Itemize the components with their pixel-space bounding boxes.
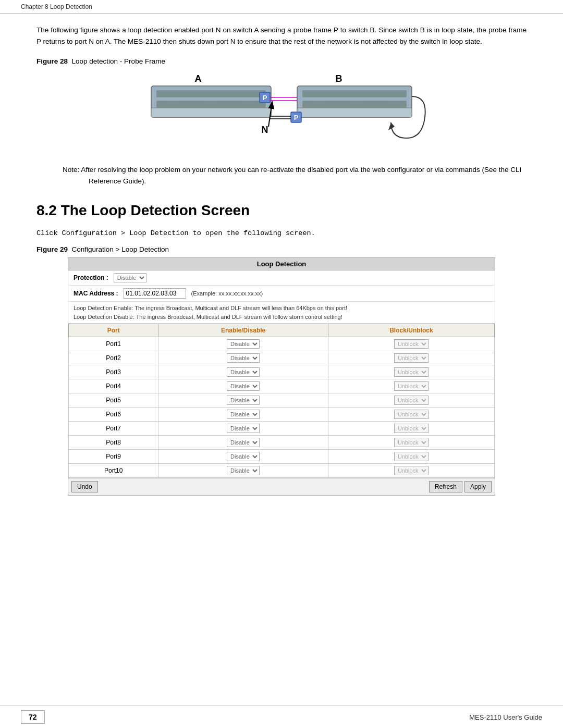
enable-cell: DisableEnable — [158, 450, 328, 464]
svg-text:N: N — [262, 125, 268, 135]
table-row: Port8DisableEnableUnblockBlock — [69, 436, 495, 450]
enable-cell: DisableEnable — [158, 408, 328, 422]
table-row: Port5DisableEnableUnblockBlock — [69, 393, 495, 408]
port-name: Port10 — [69, 464, 158, 478]
refresh-button[interactable]: Refresh — [429, 481, 462, 492]
info-text-1: Loop Detection Enable: The ingress Broad… — [74, 304, 489, 313]
port-name: Port1 — [69, 337, 158, 351]
block-cell: UnblockBlock — [328, 351, 494, 365]
figure28-caption-text: Loop detection - Probe Frame — [72, 57, 165, 65]
svg-text:A: A — [195, 73, 202, 84]
probe-frame-diagram: A B — [136, 70, 427, 154]
section-heading: 8.2 The Loop Detection Screen — [36, 202, 527, 219]
svg-text:P: P — [263, 94, 267, 102]
enable-cell: DisableEnable — [158, 351, 328, 365]
port-name: Port9 — [69, 450, 158, 464]
table-row: Port1DisableEnableUnblockBlock — [69, 337, 495, 351]
port-name: Port5 — [69, 393, 158, 408]
port-name: Port2 — [69, 351, 158, 365]
block-cell: UnblockBlock — [328, 450, 494, 464]
enable-select[interactable]: DisableEnable — [227, 339, 260, 349]
port-name: Port7 — [69, 422, 158, 436]
enable-select[interactable]: DisableEnable — [227, 438, 260, 447]
enable-select[interactable]: DisableEnable — [227, 381, 260, 391]
enable-cell: DisableEnable — [158, 365, 328, 379]
page-container: Chapter 8 Loop Detection The following f… — [0, 0, 563, 728]
diagram-svg: A B — [136, 70, 427, 154]
block-cell: UnblockBlock — [328, 393, 494, 408]
svg-rect-9 — [302, 90, 407, 97]
block-cell: UnblockBlock — [328, 337, 494, 351]
enable-cell: DisableEnable — [158, 393, 328, 408]
info-text-2: Loop Detection Disable: The ingress Broa… — [74, 313, 489, 322]
block-cell: UnblockBlock — [328, 422, 494, 436]
col-port: Port — [69, 324, 158, 337]
mac-label: MAC Address : — [74, 290, 118, 297]
block-select[interactable]: UnblockBlock — [394, 381, 429, 391]
figure28-caption-line: Figure 28 Loop detection - Probe Frame — [36, 57, 527, 65]
col-block: Block/Unblock — [328, 324, 494, 337]
diagram-container: A B — [36, 70, 527, 154]
block-select[interactable]: UnblockBlock — [394, 466, 429, 475]
port-name: Port3 — [69, 365, 158, 379]
block-cell: UnblockBlock — [328, 408, 494, 422]
svg-rect-13 — [297, 108, 412, 117]
enable-select[interactable]: DisableEnable — [227, 466, 260, 475]
main-content: The following figure shows a loop detect… — [0, 14, 563, 516]
table-row: Port3DisableEnableUnblockBlock — [69, 365, 495, 379]
table-row: Port2DisableEnableUnblockBlock — [69, 351, 495, 365]
block-select[interactable]: UnblockBlock — [394, 410, 429, 419]
enable-cell: DisableEnable — [158, 464, 328, 478]
svg-rect-11 — [302, 101, 407, 108]
port-table-header: Port Enable/Disable Block/Unblock — [69, 324, 495, 337]
svg-rect-3 — [156, 90, 266, 97]
ld-info-texts: Loop Detection Enable: The ingress Broad… — [68, 302, 495, 324]
undo-button[interactable]: Undo — [71, 481, 98, 492]
enable-select[interactable]: DisableEnable — [227, 353, 260, 363]
port-table-body: Port1DisableEnableUnblockBlockPort2Disab… — [69, 337, 495, 478]
apply-button[interactable]: Apply — [464, 481, 492, 492]
block-select[interactable]: UnblockBlock — [394, 353, 429, 363]
figure29-caption-text: Configuration > Loop Detection — [72, 245, 169, 253]
mac-example: (Example: xx.xx.xx.xx.xx.xx) — [191, 290, 263, 297]
enable-select[interactable]: DisableEnable — [227, 452, 260, 461]
block-select[interactable]: UnblockBlock — [394, 339, 429, 349]
enable-select[interactable]: DisableEnable — [227, 367, 260, 377]
svg-text:P: P — [294, 114, 299, 121]
port-table: Port Enable/Disable Block/Unblock Port1D… — [68, 324, 495, 478]
port-name: Port4 — [69, 379, 158, 393]
enable-cell: DisableEnable — [158, 337, 328, 351]
block-select[interactable]: UnblockBlock — [394, 438, 429, 447]
page-number: 72 — [21, 710, 45, 724]
table-row: Port10DisableEnableUnblockBlock — [69, 464, 495, 478]
loop-detection-ui: Loop Detection Protection : Disable Enab… — [68, 257, 495, 496]
table-row: Port7DisableEnableUnblockBlock — [69, 422, 495, 436]
note-text: Note: After resolving the loop problem o… — [63, 164, 527, 187]
figure29-caption-line: Figure 29 Configuration > Loop Detection — [36, 245, 527, 253]
block-cell: UnblockBlock — [328, 365, 494, 379]
intro-paragraph: The following figure shows a loop detect… — [36, 24, 527, 47]
page-footer: 72 MES-2110 User's Guide — [0, 706, 563, 728]
port-name: Port8 — [69, 436, 158, 450]
block-cell: UnblockBlock — [328, 464, 494, 478]
enable-cell: DisableEnable — [158, 436, 328, 450]
svg-rect-5 — [156, 101, 266, 108]
enable-select[interactable]: DisableEnable — [227, 424, 260, 433]
block-cell: UnblockBlock — [328, 436, 494, 450]
svg-text:B: B — [336, 73, 342, 84]
block-select[interactable]: UnblockBlock — [394, 396, 429, 405]
enable-select[interactable]: DisableEnable — [227, 410, 260, 419]
enable-select[interactable]: DisableEnable — [227, 396, 260, 405]
table-row: Port9DisableEnableUnblockBlock — [69, 450, 495, 464]
port-name: Port6 — [69, 408, 158, 422]
protection-label: Protection : — [74, 274, 108, 281]
mac-input[interactable] — [124, 288, 186, 299]
block-select[interactable]: UnblockBlock — [394, 452, 429, 461]
footer-guide: MES-2110 User's Guide — [469, 713, 542, 721]
enable-cell: DisableEnable — [158, 379, 328, 393]
svg-rect-7 — [151, 108, 271, 117]
breadcrumb: Chapter 8 Loop Detection — [0, 0, 563, 14]
block-select[interactable]: UnblockBlock — [394, 367, 429, 377]
protection-select[interactable]: Disable Enable — [114, 273, 146, 282]
block-select[interactable]: UnblockBlock — [394, 424, 429, 433]
